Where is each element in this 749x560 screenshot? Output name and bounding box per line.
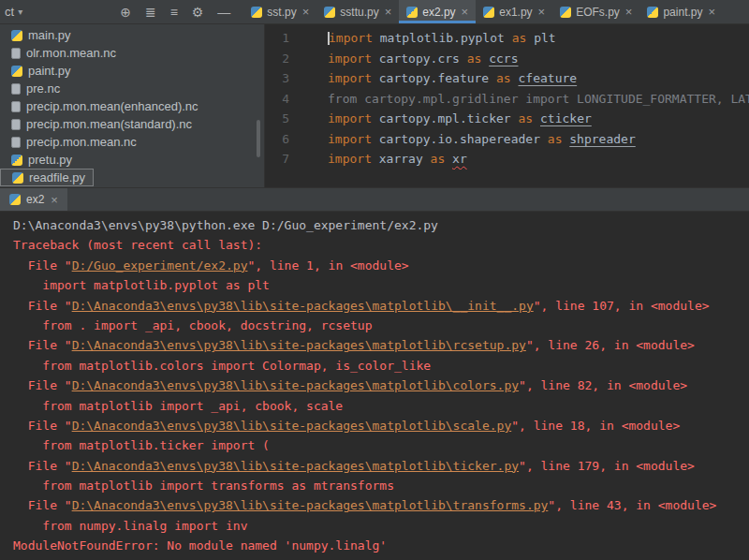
python-icon bbox=[11, 155, 22, 166]
console-line: File "D:\Anaconda3\envs\py38\lib\site-pa… bbox=[13, 376, 749, 395]
tree-scrollbar[interactable] bbox=[257, 120, 260, 157]
code-line: 7import xarray as xr bbox=[265, 149, 749, 169]
tree-item[interactable]: precip.mon.mean(enhanced).nc bbox=[0, 97, 264, 115]
console-line: import matplotlib.pyplot as plt bbox=[13, 275, 749, 295]
expand-collapse-icon[interactable]: ≡ bbox=[170, 6, 178, 19]
console-line: from matplotlib.ticker import ( bbox=[13, 435, 749, 455]
code-text: import cartopy.crs as ccrs bbox=[328, 52, 519, 66]
tab-label: EOFs.py bbox=[576, 6, 620, 19]
stack-trace-link[interactable]: D:\Anaconda3\envs\py38\lib\site-packages… bbox=[72, 338, 526, 352]
close-icon[interactable]: × bbox=[625, 5, 633, 19]
settings-gear-icon[interactable]: ⚙ bbox=[192, 6, 204, 19]
tree-item-label: precip.mon.mean(enhanced).nc bbox=[26, 99, 198, 113]
editor-tab[interactable]: ex2.py× bbox=[399, 0, 476, 23]
close-icon[interactable]: × bbox=[538, 5, 546, 19]
console-line: File "D:\Anaconda3\envs\py38\lib\site-pa… bbox=[13, 495, 749, 515]
editor-tab[interactable]: sst.py× bbox=[243, 0, 316, 23]
stack-trace-link[interactable]: D:\Anaconda3\envs\py38\lib\site-packages… bbox=[72, 459, 519, 473]
file-icon bbox=[11, 119, 21, 130]
run-tab-label: ex2 bbox=[26, 193, 44, 206]
tab-label: ex1.py bbox=[499, 6, 532, 19]
line-number: 5 bbox=[265, 109, 289, 129]
tree-item-label: main.py bbox=[28, 28, 71, 42]
project-selector[interactable]: ct ▾ bbox=[0, 0, 30, 23]
console-line: File "D:\Anaconda3\envs\py38\lib\site-pa… bbox=[13, 335, 749, 355]
stack-trace-link[interactable]: D:\Anaconda3\envs\py38\lib\site-packages… bbox=[72, 378, 519, 392]
hide-panel-icon[interactable]: — bbox=[217, 6, 230, 19]
editor-tab[interactable]: ex1.py× bbox=[476, 0, 552, 23]
console-line: from . import _api, cbook, docstring, rc… bbox=[13, 316, 749, 335]
locate-icon[interactable]: ⊕ bbox=[120, 6, 131, 19]
tree-item[interactable]: pre.nc bbox=[0, 80, 264, 97]
file-icon bbox=[11, 137, 21, 148]
tab-label: paint.py bbox=[663, 6, 702, 19]
project-name: ct bbox=[5, 5, 14, 19]
line-number: 3 bbox=[265, 68, 289, 89]
tree-item-label: pre.nc bbox=[26, 81, 60, 96]
editor-tab-bar: sst.py×ssttu.py×ex2.py×ex1.py×EOFs.py×pa… bbox=[243, 0, 723, 23]
tree-item[interactable]: paint.py bbox=[0, 62, 264, 80]
python-icon bbox=[560, 7, 571, 18]
code-text: import matplotlib.pyplot as plt bbox=[328, 31, 556, 45]
line-number: 4 bbox=[265, 89, 289, 110]
console-line: D:\Anaconda3\envs\py38\python.exe D:/Guo… bbox=[13, 215, 749, 235]
console-line: File "D:\Anaconda3\envs\py38\lib\site-pa… bbox=[13, 416, 749, 435]
console-line: File "D:\Anaconda3\envs\py38\lib\site-pa… bbox=[13, 296, 749, 316]
code-editor[interactable]: 1import matplotlib.pyplot as plt2import … bbox=[265, 24, 749, 187]
chevron-down-icon: ▾ bbox=[18, 7, 22, 17]
code-line: 1import matplotlib.pyplot as plt bbox=[265, 28, 749, 49]
tree-item-label: readfile.py bbox=[29, 170, 85, 184]
tab-label: ssttu.py bbox=[340, 6, 378, 19]
close-icon[interactable]: × bbox=[302, 5, 310, 19]
code-text: import cartopy.feature as cfeature bbox=[328, 71, 577, 85]
code-text: from cartopy.mpl.gridliner import LONGIT… bbox=[328, 92, 749, 106]
console-line: Traceback (most recent call last): bbox=[13, 235, 749, 255]
tree-item[interactable]: pretu.py bbox=[0, 151, 264, 169]
editor-tab[interactable]: EOFs.py× bbox=[552, 0, 639, 23]
line-number: 7 bbox=[265, 149, 289, 169]
tree-item[interactable]: readfile.py bbox=[0, 169, 94, 186]
close-icon[interactable]: × bbox=[462, 5, 469, 19]
code-text: import xarray as xr bbox=[328, 152, 467, 166]
console-output[interactable]: D:\Anaconda3\envs\py38\python.exe D:/Guo… bbox=[0, 212, 749, 560]
stack-trace-link[interactable]: D:\Anaconda3\envs\py38\lib\site-packages… bbox=[72, 419, 512, 433]
console-line: from matplotlib import transforms as mtr… bbox=[13, 476, 749, 495]
tree-item[interactable]: main.py bbox=[0, 26, 264, 44]
python-icon bbox=[11, 66, 22, 77]
tree-item-label: precip.mon.mean.nc bbox=[26, 135, 137, 149]
tree-item-label: pretu.py bbox=[28, 153, 72, 167]
run-panel: ex2 × D:\Anaconda3\envs\py38\python.exe … bbox=[0, 187, 749, 560]
stack-trace-link[interactable]: D:\Anaconda3\envs\py38\lib\site-packages… bbox=[72, 498, 549, 512]
console-line: from matplotlib.colors import Colormap, … bbox=[13, 356, 749, 376]
toolbar-icons: ⊕≣≡⚙— bbox=[120, 0, 230, 23]
console-line: File "D:/Guo_experiment/ex2.py", line 1,… bbox=[13, 256, 749, 275]
stack-trace-link[interactable]: D:\Anaconda3\envs\py38\lib\site-packages… bbox=[72, 299, 534, 313]
python-icon bbox=[483, 7, 494, 18]
console-line: ModuleNotFoundError: No module named 'nu… bbox=[13, 536, 749, 555]
tree-item-label: precip.mon.mean(standard).nc bbox=[26, 117, 192, 131]
close-icon[interactable]: × bbox=[708, 5, 715, 19]
collapse-all-icon[interactable]: ≣ bbox=[145, 6, 156, 19]
python-icon bbox=[406, 7, 418, 18]
tree-item[interactable]: olr.mon.mean.nc bbox=[0, 44, 264, 62]
stack-trace-link[interactable]: D:/Guo_experiment/ex2.py bbox=[72, 258, 248, 273]
code-line: 2import cartopy.crs as ccrs bbox=[265, 49, 749, 69]
tree-item[interactable]: precip.mon.mean(standard).nc bbox=[0, 115, 264, 133]
code-line: 4from cartopy.mpl.gridliner import LONGI… bbox=[265, 89, 749, 110]
run-tab-bar: ex2 × bbox=[0, 187, 749, 212]
python-icon bbox=[251, 7, 262, 18]
line-number: 1 bbox=[265, 28, 289, 49]
console-line: from matplotlib import _api, cbook, scal… bbox=[13, 396, 749, 416]
python-icon bbox=[12, 172, 23, 184]
editor-tab[interactable]: ssttu.py× bbox=[316, 0, 399, 23]
editor-tab[interactable]: paint.py× bbox=[639, 0, 723, 23]
run-tab-ex2[interactable]: ex2 × bbox=[0, 188, 67, 211]
close-icon[interactable]: × bbox=[51, 193, 58, 207]
code-text: import cartopy.io.shapereader as shpread… bbox=[328, 132, 636, 146]
console-line: File "D:\Anaconda3\envs\py38\lib\site-pa… bbox=[13, 456, 749, 476]
python-icon bbox=[9, 194, 21, 205]
main-area: main.pyolr.mon.mean.ncpaint.pypre.ncprec… bbox=[0, 24, 749, 187]
tree-item[interactable]: precip.mon.mean.nc bbox=[0, 133, 264, 151]
top-bar: ct ▾ ⊕≣≡⚙— sst.py×ssttu.py×ex2.py×ex1.py… bbox=[0, 0, 749, 24]
close-icon[interactable]: × bbox=[385, 5, 392, 19]
